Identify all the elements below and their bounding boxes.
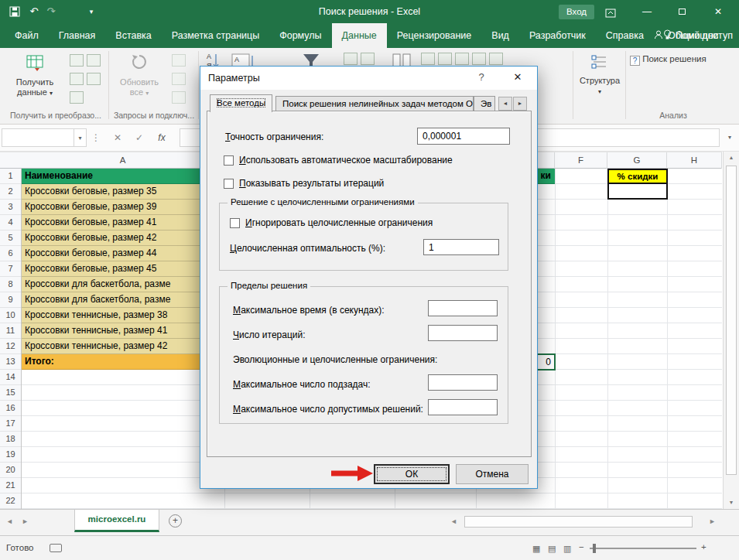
ribbon-tab-formulas[interactable]: Формулы (269, 23, 331, 48)
hscroll-right-icon[interactable]: ► (709, 517, 716, 525)
dialog-help-button[interactable]: ? (467, 67, 495, 88)
save-icon[interactable] (9, 6, 20, 20)
row-header-16[interactable]: 16 (0, 401, 21, 416)
sheet-tab-active[interactable]: microexcel.ru (74, 510, 159, 532)
cell-A11[interactable]: Кроссовки теннисные, размер 41 (22, 323, 224, 339)
iterations-input[interactable] (428, 325, 498, 341)
tab-evolutionary[interactable]: Эв (474, 96, 495, 111)
page-layout-view-icon[interactable]: ▤ (548, 544, 558, 553)
row-header-1[interactable]: 1 (0, 169, 21, 184)
expand-formula-bar-icon[interactable]: ▾ (723, 128, 737, 147)
column-header-A[interactable]: A (22, 152, 224, 169)
undo-icon[interactable]: ↶ (26, 0, 42, 23)
solver-button[interactable]: ? Поиск решения (630, 54, 723, 66)
row-header-12[interactable]: 12 (0, 339, 21, 354)
close-button[interactable]: ✕ (706, 0, 730, 23)
name-box[interactable] (2, 128, 74, 147)
reapply-filter-icon[interactable] (361, 53, 375, 65)
cell-A8[interactable]: Кроссовки для баскетбола, разме (22, 277, 224, 292)
customize-qat-icon[interactable]: ▾ (85, 0, 98, 23)
max-feasible-input[interactable] (428, 399, 498, 415)
auto-scaling-label[interactable]: Использовать автоматическое масштабирова… (239, 155, 453, 166)
row-header-10[interactable]: 10 (0, 308, 21, 323)
row-header-13[interactable]: 13 (0, 354, 21, 370)
row-header-22[interactable]: 22 (0, 493, 21, 509)
share-button[interactable]: Общий доступ (654, 23, 733, 48)
from-web-icon[interactable] (87, 54, 101, 67)
macro-record-icon[interactable] (50, 544, 62, 552)
existing-connections-icon[interactable] (70, 91, 84, 104)
cell-A13[interactable]: Итого: (22, 354, 224, 370)
remove-duplicates-icon[interactable] (438, 53, 452, 65)
edit-links-icon[interactable] (172, 73, 186, 85)
ribbon-tab-developer[interactable]: Разработчик (519, 23, 596, 48)
dialog-close-button[interactable]: ✕ (501, 67, 534, 88)
ribbon-tab-home[interactable]: Главная (49, 23, 106, 48)
cell-A10[interactable]: Кроссовки теннисные, размер 38 (22, 308, 224, 323)
cell-A6[interactable]: Кроссовки беговые, размер 44 (22, 246, 224, 261)
ribbon-tab-view[interactable]: Вид (481, 23, 519, 48)
hscroll-left-icon[interactable]: ◄ (450, 517, 457, 525)
ignore-integer-checkbox[interactable] (230, 218, 240, 228)
ribbon-tab-page-layout[interactable]: Разметка страницы (162, 23, 269, 48)
enter-entry-icon[interactable]: ✓ (130, 128, 149, 147)
row-header-17[interactable]: 17 (0, 416, 21, 432)
name-box-dropdown-icon[interactable]: ▾ (74, 128, 87, 147)
zoom-in-icon[interactable]: + (701, 542, 706, 551)
horizontal-scroll-thumb[interactable] (464, 516, 693, 528)
redo-icon[interactable]: ↷ (43, 0, 59, 23)
ribbon-display-options-icon[interactable] (605, 7, 616, 21)
add-sheet-button[interactable]: + (169, 514, 182, 528)
ribbon-tab-data[interactable]: Данные (332, 23, 387, 48)
cell-A3[interactable]: Кроссовки беговые, размер 39 (22, 200, 224, 215)
vertical-scrollbar[interactable]: ▲ ▼ (723, 152, 739, 509)
column-header-G[interactable]: G (607, 152, 667, 169)
column-header-H[interactable]: H (667, 152, 722, 169)
ribbon-tab-insert[interactable]: Вставка (105, 23, 161, 48)
row-header-9[interactable]: 9 (0, 292, 21, 308)
column-header-F[interactable]: F (555, 152, 607, 169)
from-table-icon[interactable] (70, 73, 84, 85)
cell-A2[interactable]: Кроссовки беговые, размер 35 (22, 184, 224, 200)
ignore-integer-label[interactable]: Игнорировать целочисленные ограничения (245, 217, 433, 228)
ribbon-tab-file[interactable]: Файл (5, 23, 49, 48)
sign-in-button[interactable]: Вход (559, 5, 594, 19)
precision-input[interactable] (417, 128, 510, 145)
scroll-up-icon[interactable]: ▲ (724, 152, 739, 164)
minimize-button[interactable]: — (635, 0, 659, 23)
tab-scroll-left-button[interactable]: ◄ (498, 97, 512, 111)
clear-filter-icon[interactable] (344, 53, 358, 65)
max-subproblems-input[interactable] (428, 374, 498, 391)
zoom-slider[interactable] (590, 548, 696, 549)
cell-A4[interactable]: Кроссовки беговые, размер 41 (22, 215, 224, 230)
get-data-button[interactable]: Получить данные ▾ (6, 53, 63, 98)
row-header-21[interactable]: 21 (0, 478, 21, 493)
row-header-6[interactable]: 6 (0, 246, 21, 261)
consolidate-icon[interactable] (472, 53, 486, 65)
ok-button[interactable]: ОК (374, 464, 450, 484)
row-header-4[interactable]: 4 (0, 215, 21, 230)
max-time-input[interactable] (428, 300, 498, 316)
cell-A5[interactable]: Кроссовки беговые, размер 42 (22, 230, 224, 246)
row-header-7[interactable]: 7 (0, 261, 21, 277)
row-header-8[interactable]: 8 (0, 277, 21, 292)
row-header-20[interactable]: 20 (0, 463, 21, 478)
row-header-5[interactable]: 5 (0, 230, 21, 246)
normal-view-icon[interactable]: ▦ (532, 544, 542, 553)
show-iterations-label[interactable]: Показывать результаты итераций (239, 178, 384, 189)
tab-all-methods[interactable]: Все методы (210, 94, 272, 112)
tab-scroll-right-button[interactable]: ► (513, 97, 527, 111)
data-validation-icon[interactable] (455, 53, 469, 65)
cell-G1[interactable]: % скидки (609, 170, 666, 184)
row-header-14[interactable]: 14 (0, 370, 21, 385)
page-break-view-icon[interactable]: ▥ (563, 544, 573, 553)
row-header-19[interactable]: 19 (0, 447, 21, 463)
flash-fill-icon[interactable] (421, 53, 435, 65)
show-iterations-checkbox[interactable] (224, 179, 234, 189)
sheet-nav-left-icon[interactable]: ◄ (6, 517, 13, 525)
insert-function-icon[interactable]: fx (152, 128, 172, 147)
what-if-analysis-icon[interactable] (489, 53, 503, 65)
workbook-connections-icon[interactable] (172, 91, 186, 104)
row-header-11[interactable]: 11 (0, 323, 21, 339)
maximize-button[interactable] (670, 0, 695, 23)
